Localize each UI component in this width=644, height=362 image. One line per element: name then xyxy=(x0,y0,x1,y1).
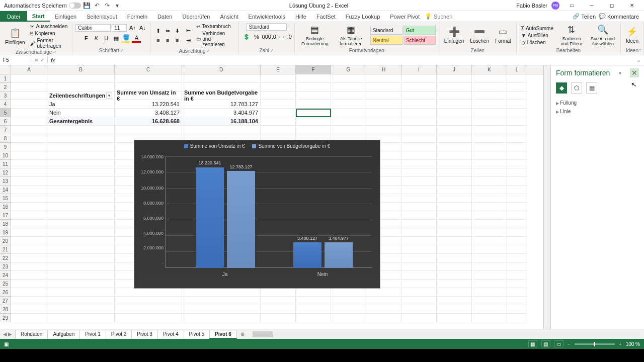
row-header[interactable]: 23 xyxy=(0,262,11,271)
cell[interactable] xyxy=(472,254,507,262)
wrap-text-button[interactable]: ↩ Textumbruch xyxy=(195,23,235,30)
cell[interactable] xyxy=(401,143,437,151)
increase-decimal-icon[interactable]: .0→ xyxy=(272,32,281,41)
cell[interactable] xyxy=(507,237,527,245)
cell[interactable] xyxy=(437,297,472,305)
cell[interactable] xyxy=(366,288,401,297)
cell[interactable] xyxy=(507,211,527,220)
share-button[interactable]: 🔗 Teilen xyxy=(573,13,596,20)
fx-icon[interactable]: fx xyxy=(48,57,58,63)
cell[interactable] xyxy=(47,160,115,168)
view-normal-icon[interactable]: ▦ xyxy=(528,340,537,347)
cell[interactable] xyxy=(507,151,527,160)
comments-button[interactable]: 💬 Kommentare xyxy=(599,13,639,20)
cell[interactable] xyxy=(296,83,331,92)
pane-icon-size[interactable]: ▤ xyxy=(586,82,597,94)
cell[interactable] xyxy=(11,177,47,186)
cell[interactable] xyxy=(437,220,472,228)
cell[interactable] xyxy=(472,109,507,117)
cell[interactable]: Summe von Budgetvorgabe in € xyxy=(182,92,261,100)
cell[interactable] xyxy=(331,100,366,109)
cell[interactable] xyxy=(437,143,472,151)
cell[interactable]: Summe von Umsatz in € xyxy=(115,92,182,100)
cell[interactable] xyxy=(47,314,115,322)
paste-button[interactable]: 📋Einfügen xyxy=(3,27,27,46)
cell[interactable] xyxy=(331,83,366,92)
user-name[interactable]: Fabio Basler xyxy=(516,3,547,9)
cell[interactable] xyxy=(47,151,115,160)
cell[interactable] xyxy=(47,126,115,134)
cell[interactable] xyxy=(11,74,47,83)
cell[interactable] xyxy=(401,194,437,203)
row-header[interactable]: 9 xyxy=(0,143,11,151)
cell[interactable] xyxy=(437,74,472,83)
cell[interactable] xyxy=(401,280,437,288)
cell[interactable] xyxy=(507,74,527,83)
tellme-input[interactable] xyxy=(434,14,474,20)
cell[interactable] xyxy=(437,237,472,245)
view-pagelayout-icon[interactable]: ▤ xyxy=(541,340,550,347)
cell[interactable] xyxy=(11,228,47,237)
fill-color-button[interactable]: 🪣 xyxy=(122,34,131,43)
user-avatar[interactable]: FB xyxy=(551,2,559,10)
row-header[interactable]: 20 xyxy=(0,237,11,245)
cell[interactable] xyxy=(331,92,366,100)
cell[interactable] xyxy=(507,134,527,143)
cell[interactable] xyxy=(401,126,437,134)
cell[interactable] xyxy=(507,228,527,237)
cell[interactable] xyxy=(366,117,401,126)
italic-button[interactable]: K xyxy=(92,34,101,43)
insert-cells-button[interactable]: ➕Einfügen xyxy=(442,25,466,45)
pivot-chart[interactable]: Summe von Umsatz in € Summe von Budgetvo… xyxy=(134,140,380,289)
format-painter-button[interactable]: 🖌 Format übertragen xyxy=(29,37,69,49)
close-icon[interactable]: ✕ xyxy=(624,0,640,11)
cell[interactable] xyxy=(47,228,115,237)
cell[interactable] xyxy=(11,305,47,314)
cut-button[interactable]: ✂ Ausschneiden xyxy=(29,23,69,30)
cell[interactable] xyxy=(401,271,437,280)
cell[interactable] xyxy=(401,305,437,314)
cell[interactable] xyxy=(507,100,527,109)
cell[interactable] xyxy=(261,117,296,126)
decrease-font-icon[interactable]: A↓ xyxy=(138,23,147,32)
conditional-format-button[interactable]: ▤Bedingte Formatierung xyxy=(298,23,332,47)
cell[interactable] xyxy=(437,186,472,194)
col-header-B[interactable]: B xyxy=(47,65,115,74)
cell[interactable] xyxy=(472,271,507,280)
cancel-formula-icon[interactable]: ✕ xyxy=(34,57,38,63)
toggle-switch[interactable] xyxy=(69,3,81,9)
cell[interactable] xyxy=(11,109,47,117)
cell[interactable] xyxy=(401,117,437,126)
row-header[interactable]: 19 xyxy=(0,228,11,237)
cell[interactable] xyxy=(472,220,507,228)
cell[interactable] xyxy=(47,194,115,203)
cell[interactable] xyxy=(472,288,507,297)
cell[interactable] xyxy=(261,288,296,297)
cell[interactable] xyxy=(437,280,472,288)
row-header[interactable]: 3 xyxy=(0,92,11,100)
cell[interactable] xyxy=(47,271,115,280)
col-header-F[interactable]: F xyxy=(296,65,331,74)
pane-section-line[interactable]: Linie xyxy=(556,107,639,116)
cell[interactable] xyxy=(507,92,527,100)
cell[interactable] xyxy=(47,134,115,143)
cell[interactable] xyxy=(11,237,47,245)
cell[interactable] xyxy=(437,177,472,186)
cell[interactable] xyxy=(401,134,437,143)
row-header[interactable]: 8 xyxy=(0,134,11,143)
cell[interactable] xyxy=(507,271,527,280)
bar-nein-budget[interactable] xyxy=(325,242,353,268)
cell[interactable] xyxy=(507,143,527,151)
cell[interactable] xyxy=(296,126,331,134)
cell[interactable] xyxy=(401,100,437,109)
cell[interactable] xyxy=(366,92,401,100)
zoom-slider[interactable] xyxy=(575,343,615,345)
cell[interactable] xyxy=(11,203,47,211)
format-cells-button[interactable]: ▭Format xyxy=(493,25,513,45)
cell[interactable] xyxy=(472,245,507,254)
fill-button[interactable]: ▼ Ausfüllen xyxy=(520,32,555,39)
sheet-nav-prev-icon[interactable]: ◀ xyxy=(3,331,7,337)
cell[interactable] xyxy=(507,314,527,322)
cell[interactable] xyxy=(366,297,401,305)
cell[interactable] xyxy=(507,220,527,228)
